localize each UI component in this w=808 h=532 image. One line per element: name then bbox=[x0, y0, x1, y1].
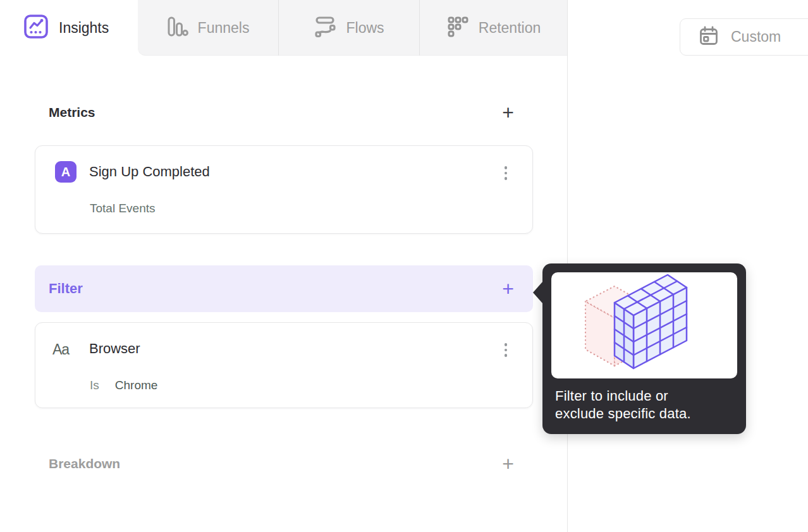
tab-label: Retention bbox=[479, 20, 541, 37]
metric-kebab-menu-icon[interactable] bbox=[499, 162, 512, 184]
custom-date-label: Custom bbox=[731, 28, 781, 45]
tab-insights[interactable]: Insights bbox=[0, 0, 138, 56]
insights-report-builder: Funnels Flows bbox=[0, 0, 808, 532]
flows-icon bbox=[314, 15, 336, 40]
filter-tooltip: Filter to include or exclude specific da… bbox=[542, 263, 746, 434]
tab-label: Insights bbox=[59, 20, 109, 37]
metrics-heading: Metrics bbox=[49, 105, 95, 120]
breakdown-heading: Breakdown bbox=[49, 456, 120, 471]
metric-aggregation[interactable]: Total Events bbox=[90, 202, 156, 215]
tab-label: Flows bbox=[346, 20, 384, 37]
filter-operator[interactable]: Is bbox=[90, 378, 99, 392]
insights-icon bbox=[23, 14, 49, 42]
tab-strip: Funnels Flows bbox=[138, 0, 567, 56]
metric-series-badge: A bbox=[55, 161, 77, 183]
filter-condition: Is Chrome bbox=[90, 378, 157, 392]
filter-heading: Filter bbox=[49, 281, 83, 297]
add-filter-button[interactable]: + bbox=[502, 279, 514, 298]
tab-retention[interactable]: Retention bbox=[420, 0, 567, 56]
metric-card[interactable]: A Sign Up Completed Total Events bbox=[35, 145, 533, 234]
metric-title: Sign Up Completed bbox=[89, 164, 210, 180]
tab-label: Funnels bbox=[198, 20, 250, 37]
tooltip-illustration bbox=[551, 272, 737, 378]
retention-icon bbox=[446, 15, 469, 40]
add-metric-button[interactable]: + bbox=[502, 103, 514, 122]
tab-funnels[interactable]: Funnels bbox=[138, 0, 278, 56]
cube-filter-illustration-icon bbox=[551, 272, 737, 378]
filter-section-row[interactable]: Filter + bbox=[35, 265, 533, 312]
custom-date-button[interactable]: Custom bbox=[680, 18, 808, 56]
filter-property-name: Browser bbox=[89, 341, 140, 357]
calendar-icon bbox=[698, 25, 719, 49]
funnels-icon bbox=[167, 16, 188, 40]
string-property-icon: Aa bbox=[52, 341, 69, 358]
add-breakdown-button[interactable]: + bbox=[502, 454, 514, 473]
breakdown-section-header: Breakdown + bbox=[35, 451, 533, 476]
filter-kebab-menu-icon[interactable] bbox=[499, 339, 512, 361]
filter-card[interactable]: Aa Browser Is Chrome bbox=[35, 322, 533, 408]
filter-value[interactable]: Chrome bbox=[115, 378, 158, 392]
tooltip-arrow bbox=[533, 281, 543, 304]
tab-flows[interactable]: Flows bbox=[279, 0, 419, 56]
tooltip-text: Filter to include or exclude specific da… bbox=[555, 387, 738, 423]
metrics-section-header: Metrics + bbox=[35, 100, 533, 125]
